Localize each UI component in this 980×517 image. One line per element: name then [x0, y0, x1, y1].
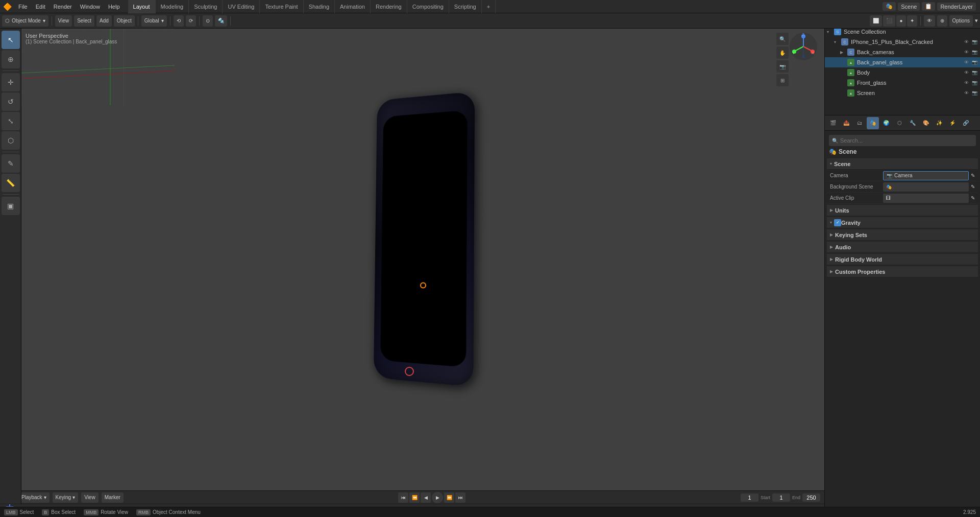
menu-file[interactable]: File: [14, 0, 32, 13]
iphone-render-icon[interactable]: 📷: [971, 38, 978, 45]
viewport-zoom-in-btn[interactable]: 🔍: [776, 33, 789, 45]
current-frame-display[interactable]: 1: [741, 494, 758, 502]
rendered-shading-btn[interactable]: ✦: [907, 15, 917, 27]
active-clip-value[interactable]: 🎞: [883, 194, 969, 203]
outliner-item-body[interactable]: ▲ Body 👁 📷: [825, 67, 980, 78]
glass-render-icon[interactable]: 📷: [971, 59, 978, 66]
prop-tab-scene[interactable]: 🎭: [867, 117, 879, 129]
prop-tab-world[interactable]: 🌍: [880, 117, 892, 129]
prop-tab-object[interactable]: ⬡: [893, 117, 905, 129]
view-menu-btn[interactable]: View: [55, 15, 72, 27]
screen-render-icon[interactable]: 📷: [971, 89, 978, 97]
move-tool-btn[interactable]: ✛: [2, 73, 20, 91]
transform-local-btn[interactable]: ⟳: [186, 15, 196, 27]
timeline-view-dropdown[interactable]: View: [81, 492, 99, 503]
tab-texture-paint[interactable]: Texture Paint: [260, 0, 303, 13]
properties-search-input[interactable]: [840, 137, 973, 144]
tab-compositing[interactable]: Compositing: [407, 0, 449, 13]
screen-visibility-icon[interactable]: 👁: [963, 89, 970, 97]
object-menu-btn[interactable]: Object: [114, 15, 135, 27]
prop-tab-constraints[interactable]: 🔗: [960, 117, 972, 129]
blender-logo[interactable]: 🔶: [0, 0, 14, 13]
prop-tab-shading[interactable]: 🎨: [920, 117, 932, 129]
bg-scene-value[interactable]: 🎭: [883, 182, 969, 192]
jump-start-btn[interactable]: ⏮: [398, 492, 408, 503]
keying-sets-header[interactable]: ▶ Keying Sets: [827, 229, 978, 241]
renderlayer-selector[interactable]: RenderLayer: [937, 3, 976, 11]
wireframe-shading-btn[interactable]: ⬜: [870, 15, 882, 27]
prop-tab-render[interactable]: 🎬: [827, 117, 839, 129]
select-tool-btn[interactable]: ↖: [2, 31, 20, 49]
active-clip-link-icon[interactable]: ✎: [971, 195, 975, 201]
tab-uv-editing[interactable]: UV Editing: [223, 0, 260, 13]
prop-tab-particle[interactable]: ✨: [933, 117, 945, 129]
tab-scripting[interactable]: Scripting: [449, 0, 482, 13]
glass-visibility-icon[interactable]: 👁: [963, 59, 970, 66]
viewport-pan-btn[interactable]: ✋: [776, 46, 789, 59]
play-reverse-btn[interactable]: ◀: [421, 492, 431, 503]
material-shading-btn[interactable]: ●: [896, 15, 905, 27]
measure-tool-btn[interactable]: 📏: [2, 174, 20, 192]
add-primitive-btn[interactable]: ▣: [2, 197, 20, 215]
camera-prop-value[interactable]: 📷 Camera: [883, 171, 969, 180]
global-dropdown[interactable]: Global ▾: [141, 15, 167, 27]
annotate-tool-btn[interactable]: ✎: [2, 154, 20, 173]
viewport[interactable]: User Perspective (1) Scene Collection | …: [21, 29, 824, 504]
overlay-toggle-btn[interactable]: 👁: [924, 15, 935, 27]
tab-sculpting[interactable]: Sculpting: [189, 0, 223, 13]
outliner-item-back-panel-glass[interactable]: ▲ Back_panel_glass 👁 📷: [825, 57, 980, 67]
jump-end-btn[interactable]: ⏭: [455, 492, 465, 503]
prop-tab-view-layer[interactable]: 🗂: [853, 117, 866, 129]
solid-shading-btn[interactable]: ⬛: [883, 15, 895, 27]
cameras-visibility-icon[interactable]: 👁: [963, 49, 970, 56]
proportional-btn[interactable]: ⊙: [203, 15, 213, 27]
marker-dropdown[interactable]: Marker: [102, 492, 124, 503]
camera-link-icon[interactable]: ✎: [971, 173, 975, 178]
rigid-body-header[interactable]: ▶ Rigid Body World: [827, 254, 978, 265]
scene-selector[interactable]: Scene: [898, 3, 920, 11]
step-forward-btn[interactable]: ⏩: [444, 492, 454, 503]
add-menu-btn[interactable]: Add: [96, 15, 112, 27]
prop-tab-modifier[interactable]: 🔧: [906, 117, 919, 129]
iphone-visibility-icon[interactable]: 👁: [963, 38, 970, 45]
cursor-tool-btn[interactable]: ⊕: [2, 50, 20, 68]
frame-start-display[interactable]: 1: [772, 494, 790, 502]
tab-shading[interactable]: Shading: [304, 0, 335, 13]
units-section-header[interactable]: ▶ Units: [827, 205, 978, 216]
scale-tool-btn[interactable]: ⤡: [2, 112, 20, 130]
custom-props-header[interactable]: ▶ Custom Properties: [827, 266, 978, 277]
audio-section-header[interactable]: ▶ Audio: [827, 242, 978, 253]
tab-animation[interactable]: Animation: [335, 0, 371, 13]
gravity-section-header[interactable]: ▾ ✓ Gravity: [827, 217, 978, 228]
body-visibility-icon[interactable]: 👁: [963, 69, 970, 76]
menu-help[interactable]: Help: [104, 0, 124, 13]
tab-rendering[interactable]: Rendering: [371, 0, 407, 13]
options-btn[interactable]: Options: [949, 15, 973, 27]
outliner-item-back-cameras[interactable]: ▶ C Back_cameras 👁 📷: [825, 47, 980, 57]
transform-tool-btn[interactable]: ⬡: [2, 131, 20, 150]
tab-modeling[interactable]: Modeling: [156, 0, 189, 13]
gizmo-toggle-btn[interactable]: ⊕: [937, 15, 947, 27]
menu-edit[interactable]: Edit: [32, 0, 50, 13]
viewport-gizmo[interactable]: X Y Z: [790, 33, 820, 63]
menu-render[interactable]: Render: [50, 0, 76, 13]
play-btn[interactable]: ▶: [432, 492, 443, 503]
menu-window[interactable]: Window: [76, 0, 104, 13]
outliner-item-front-glass[interactable]: ▲ Front_glass 👁 📷: [825, 78, 980, 88]
snap-btn[interactable]: 🔩: [215, 15, 227, 27]
playback-dropdown[interactable]: Playback ▾: [18, 492, 50, 503]
front-glass-render-icon[interactable]: 📷: [971, 79, 978, 86]
step-back-btn[interactable]: ⏪: [409, 492, 420, 503]
body-render-icon[interactable]: 📷: [971, 69, 978, 76]
prop-tab-output[interactable]: 📤: [840, 117, 852, 129]
outliner-item-screen[interactable]: ▲ Screen 👁 📷: [825, 88, 980, 98]
bg-scene-link-icon[interactable]: ✎: [971, 184, 975, 190]
select-menu-btn[interactable]: Select: [74, 15, 94, 27]
keying-dropdown[interactable]: Keying ▾: [53, 492, 79, 503]
scene-section-header[interactable]: ▾ Scene: [827, 158, 978, 170]
tab-add[interactable]: +: [482, 0, 496, 13]
object-mode-dropdown[interactable]: ⬡ Object Mode ▾: [2, 15, 48, 27]
outliner-item-iphone[interactable]: ▾ C IPhone_15_Plus_Black_Cracked 👁 📷: [825, 37, 980, 47]
cameras-render-icon[interactable]: 📷: [971, 49, 978, 56]
viewport-grid-btn[interactable]: ⊞: [776, 74, 789, 86]
